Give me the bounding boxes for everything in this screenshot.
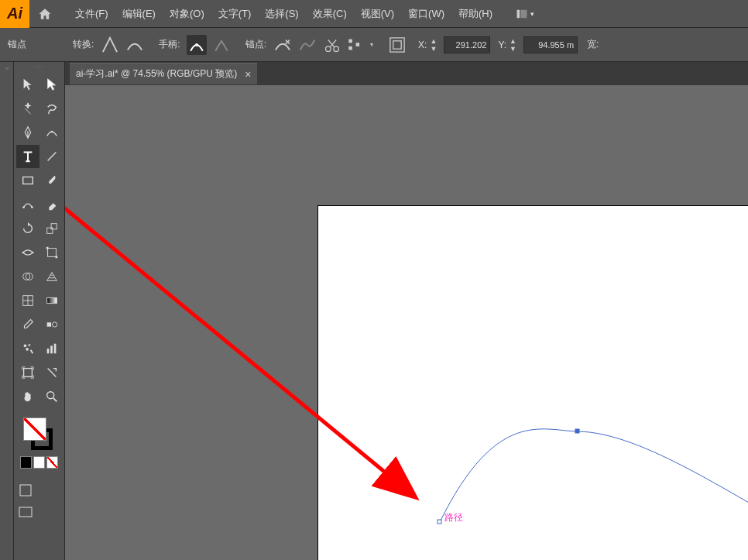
shape-builder-tool[interactable]	[16, 265, 39, 288]
magic-wand-tool[interactable]	[16, 97, 39, 120]
svg-rect-20	[56, 256, 58, 259]
connect-anchor-icon[interactable]	[297, 35, 317, 55]
anchor-label: 锚点	[8, 38, 26, 51]
svg-rect-6	[348, 46, 352, 50]
selection-tool[interactable]	[16, 73, 39, 96]
gradient-mode-swatch[interactable]	[33, 456, 45, 469]
menu-type[interactable]: 文字(T)	[211, 0, 259, 28]
y-label: Y:	[498, 40, 506, 50]
artboard-tool[interactable]	[16, 361, 39, 384]
convert-corner-icon[interactable]	[100, 35, 120, 55]
perspective-grid-tool[interactable]	[40, 265, 63, 288]
handle-label: 手柄:	[159, 38, 180, 51]
menu-object[interactable]: 对象(O)	[163, 0, 211, 28]
svg-point-13	[31, 206, 33, 208]
dock-grip-icon[interactable]: ››	[0, 62, 13, 75]
shaper-tool[interactable]	[16, 193, 39, 216]
handle-show-icon[interactable]	[187, 35, 207, 55]
width-tool[interactable]	[16, 241, 39, 264]
home-icon[interactable]	[29, 0, 60, 28]
cut-path-icon[interactable]	[322, 35, 342, 55]
toolbar-grip-icon[interactable]: ····	[14, 64, 64, 71]
blend-tool[interactable]	[40, 313, 63, 336]
svg-point-34	[47, 392, 54, 399]
x-spinner-icon[interactable]: ▲▼	[430, 37, 441, 53]
menu-edit[interactable]: 编辑(E)	[115, 0, 163, 28]
svg-rect-30	[47, 349, 50, 353]
zoom-tool[interactable]	[40, 385, 63, 408]
w-label: 宽:	[587, 38, 599, 51]
x-label: X:	[418, 40, 427, 50]
control-bar: 锚点 转换: 手柄: 锚点: ▾ X: ▲▼ Y: ▲▼ 宽:	[0, 28, 748, 62]
type-tool[interactable]	[16, 145, 39, 168]
eyedropper-tool[interactable]	[16, 313, 39, 336]
pen-tool[interactable]	[16, 121, 39, 144]
svg-rect-24	[47, 297, 57, 303]
fill-swatch[interactable]	[23, 417, 46, 441]
slice-tool[interactable]	[40, 361, 63, 384]
draw-normal-icon[interactable]	[18, 483, 33, 498]
svg-point-4	[334, 46, 339, 50]
handle-hide-icon[interactable]	[211, 35, 232, 55]
rotate-tool[interactable]	[16, 217, 39, 240]
line-tool[interactable]	[40, 145, 63, 168]
direct-selection-tool[interactable]	[40, 73, 63, 96]
remove-anchor-icon[interactable]	[273, 35, 293, 55]
convert-smooth-icon[interactable]	[125, 35, 145, 55]
toolbar: ····	[14, 62, 65, 560]
free-transform-tool[interactable]	[40, 241, 63, 264]
svg-point-16	[22, 252, 24, 253]
canvas[interactable]: 路径	[65, 85, 748, 560]
anchor2-label: 锚点:	[245, 38, 266, 51]
svg-point-10	[51, 131, 53, 133]
svg-rect-5	[348, 40, 352, 43]
svg-rect-18	[48, 249, 57, 257]
paintbrush-tool[interactable]	[40, 169, 63, 192]
svg-rect-19	[46, 247, 49, 249]
y-input[interactable]	[523, 36, 578, 53]
app-logo[interactable]: Ai	[0, 0, 29, 28]
column-graph-tool[interactable]	[40, 337, 63, 360]
tab-bar: ai-学习.ai* @ 74.55% (RGB/GPU 预览) ×	[65, 62, 748, 85]
scale-tool[interactable]	[40, 217, 63, 240]
svg-point-26	[52, 322, 57, 327]
menu-effect[interactable]: 效果(C)	[306, 0, 354, 28]
x-input[interactable]	[444, 36, 490, 53]
fill-stroke-swatch[interactable]	[23, 417, 56, 450]
menu-select[interactable]: 选择(S)	[258, 0, 305, 28]
isolate-icon[interactable]	[387, 35, 407, 55]
none-mode-swatch[interactable]	[46, 456, 58, 469]
artboard	[318, 206, 748, 560]
rectangle-tool[interactable]	[16, 169, 39, 192]
menu-window[interactable]: 窗口(W)	[401, 0, 451, 28]
path-tooltip: 路径	[444, 511, 463, 524]
gradient-tool[interactable]	[40, 289, 63, 312]
menu-help[interactable]: 帮助(H)	[451, 0, 499, 28]
svg-rect-15	[51, 224, 57, 229]
hand-tool[interactable]	[16, 385, 39, 408]
menubar: Ai 文件(F) 编辑(E) 对象(O) 文字(T) 选择(S) 效果(C) 视…	[0, 0, 748, 28]
workspace-switcher[interactable]: ▾	[515, 9, 534, 19]
svg-rect-32	[54, 344, 57, 354]
symbol-sprayer-tool[interactable]	[16, 337, 39, 360]
mesh-tool[interactable]	[16, 289, 39, 312]
align-anchor-icon[interactable]: ▾	[347, 35, 373, 55]
eraser-tool[interactable]	[40, 193, 63, 216]
svg-rect-36	[19, 507, 32, 517]
color-mode-swatch[interactable]	[20, 456, 32, 469]
svg-rect-35	[20, 485, 31, 496]
screen-mode-icon[interactable]	[18, 504, 33, 520]
lasso-tool[interactable]	[40, 97, 63, 120]
svg-rect-31	[50, 345, 53, 353]
close-icon[interactable]: ×	[245, 68, 251, 81]
svg-point-27	[24, 345, 27, 348]
svg-point-29	[26, 348, 29, 351]
svg-rect-0	[517, 9, 520, 18]
menu-file[interactable]: 文件(F)	[68, 0, 115, 28]
curvature-tool[interactable]	[40, 121, 63, 144]
menu-view[interactable]: 视图(V)	[354, 0, 401, 28]
left-dock: ››	[0, 62, 14, 560]
document-tab[interactable]: ai-学习.ai* @ 74.55% (RGB/GPU 预览) ×	[70, 63, 257, 84]
svg-point-3	[326, 46, 331, 50]
y-spinner-icon[interactable]: ▲▼	[510, 37, 520, 53]
